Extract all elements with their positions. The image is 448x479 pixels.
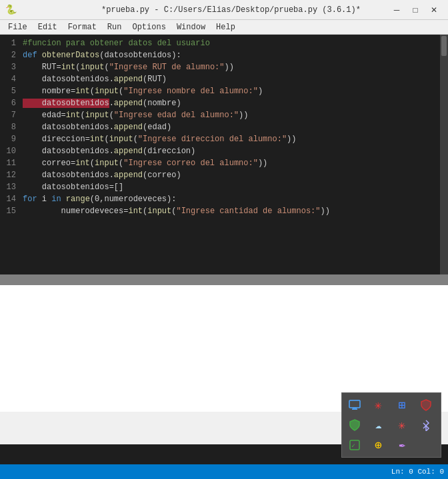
gray-divider bbox=[0, 274, 448, 285]
maximize-button[interactable]: □ bbox=[407, 3, 424, 17]
code-line-1: #funcion para obtener datos del usuario bbox=[23, 37, 448, 49]
code-line-7: edad=int(input("Ingrese edad del alumno:… bbox=[23, 109, 448, 121]
code-line-4: datosobtenidos.append(RUT) bbox=[23, 73, 448, 85]
menu-run[interactable]: Run bbox=[102, 21, 127, 33]
svg-rect-2 bbox=[352, 409, 357, 410]
status-bar: Ln: 0 Col: 0 bbox=[0, 464, 448, 479]
menu-window[interactable]: Window bbox=[171, 21, 211, 33]
tray-popup: ✳ ⊞ ☁ ✳ ✓ ⊕ ✒ bbox=[341, 392, 441, 458]
tray-monitor-icon[interactable] bbox=[345, 396, 365, 414]
menu-bar: File Edit Format Run Options Window Help bbox=[0, 20, 448, 35]
code-content[interactable]: #funcion para obtener datos del usuario … bbox=[20, 35, 448, 274]
tray-yellow-plus-icon[interactable]: ⊕ bbox=[369, 436, 389, 454]
code-line-15: numerodeveces=int(input("Ingrese cantida… bbox=[23, 205, 448, 217]
vertical-scrollbar[interactable] bbox=[440, 35, 448, 274]
tray-red-star-icon[interactable]: ✳ bbox=[369, 396, 389, 414]
code-line-13: datosobtenidos=[] bbox=[23, 181, 448, 193]
code-line-14: for i in range(0,numerodeveces): bbox=[23, 193, 448, 205]
code-line-3: RUT=int(input("Ingrese RUT de alumno:")) bbox=[23, 61, 448, 73]
svg-rect-1 bbox=[353, 408, 357, 409]
line-numbers: 1 2 3 4 5 6 7 8 9 10 11 12 13 14 15 bbox=[0, 35, 20, 274]
title-bar: 🐍 *prueba.py - C:/Users/Elias/Desktop/pr… bbox=[0, 0, 448, 20]
menu-options[interactable]: Options bbox=[127, 21, 171, 33]
menu-file[interactable]: File bbox=[3, 21, 33, 33]
app-icon: 🐍 bbox=[5, 4, 17, 15]
status-ln-col: Ln: 0 Col: 0 bbox=[391, 468, 444, 476]
menu-format[interactable]: Format bbox=[63, 21, 102, 33]
tray-bluetooth-icon[interactable] bbox=[416, 416, 436, 434]
code-line-11: correo=int(input("Ingrese correo del alu… bbox=[23, 157, 448, 169]
svg-rect-0 bbox=[349, 400, 360, 408]
code-line-9: direccion=int(input("Ingrese direccion d… bbox=[23, 133, 448, 145]
tray-cloud-icon[interactable]: ☁ bbox=[369, 416, 389, 434]
code-line-10: datosobtenidos.append(direccion) bbox=[23, 145, 448, 157]
minimize-button[interactable]: ─ bbox=[388, 3, 405, 17]
code-line-2: def obtenerDatos(datosobtenidos): bbox=[23, 49, 448, 61]
tray-red-asterisk2-icon[interactable]: ✳ bbox=[392, 416, 412, 434]
window-title: *prueba.py - C:/Users/Elias/Desktop/prue… bbox=[19, 5, 443, 15]
window-controls: ─ □ ✕ bbox=[388, 3, 443, 17]
svg-text:✓: ✓ bbox=[351, 442, 355, 450]
menu-edit[interactable]: Edit bbox=[33, 21, 63, 33]
scrollbar-thumb[interactable] bbox=[441, 36, 447, 56]
code-line-12: datosobtenidos.append(correo) bbox=[23, 169, 448, 181]
code-editor[interactable]: 1 2 3 4 5 6 7 8 9 10 11 12 13 14 15 #fun… bbox=[0, 35, 448, 274]
menu-help[interactable]: Help bbox=[211, 21, 241, 33]
code-line-8: datosobtenidos.append(edad) bbox=[23, 121, 448, 133]
code-line-5: nombre=int(input("Ingrese nombre del alu… bbox=[23, 85, 448, 97]
tray-feather-icon[interactable]: ✒ bbox=[392, 436, 412, 454]
tray-grid-icon[interactable]: ⊞ bbox=[392, 396, 412, 414]
code-line-6: datosobtenidos.append(nombre) bbox=[23, 97, 448, 109]
close-button[interactable]: ✕ bbox=[425, 3, 443, 17]
status-info: Ln: 0 Col: 0 bbox=[391, 468, 444, 476]
tray-antivirus-icon[interactable]: ✓ bbox=[345, 436, 365, 454]
tray-shield-red-icon[interactable] bbox=[416, 396, 436, 414]
tray-shield-green-icon[interactable] bbox=[345, 416, 365, 434]
